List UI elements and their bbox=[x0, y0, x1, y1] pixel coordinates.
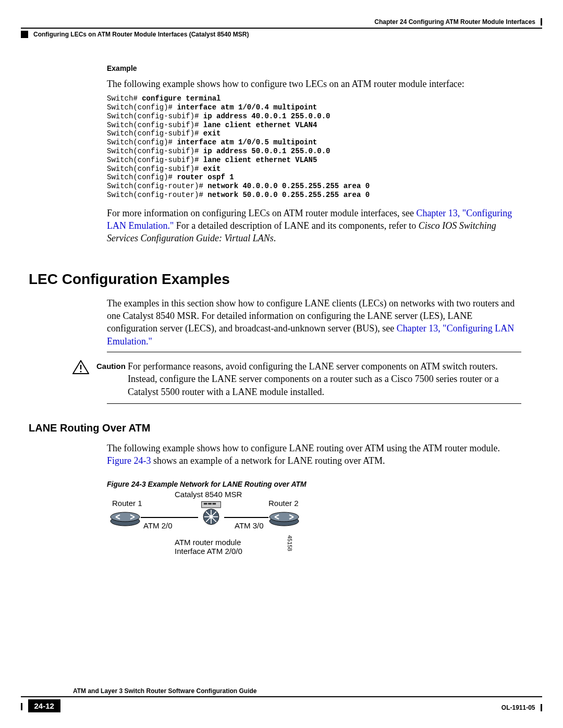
diagram-id: 45158 bbox=[287, 535, 293, 551]
post-example-paragraph: For more information on configuring LECs… bbox=[107, 207, 521, 245]
doc-id: OL-1911-05 bbox=[501, 704, 535, 711]
caution-text: For performance reasons, avoid configuri… bbox=[128, 360, 521, 398]
footer-doc-title: ATM and Layer 3 Switch Router Software C… bbox=[73, 687, 542, 695]
figure-caption: Figure 24-3 Example Network for LANE Rou… bbox=[107, 480, 521, 488]
warning-icon bbox=[72, 360, 89, 375]
router-icon bbox=[109, 511, 141, 526]
module-label: ATM router module bbox=[175, 538, 241, 547]
svg-point-11 bbox=[270, 512, 299, 522]
example-label: Example bbox=[107, 64, 521, 72]
caution-box: Caution For performance reasons, avoid c… bbox=[65, 360, 521, 398]
figure-link[interactable]: Figure 24-3 bbox=[107, 455, 151, 466]
code-block: Switch# configure terminal Switch(config… bbox=[107, 94, 521, 200]
svg-rect-7 bbox=[213, 503, 216, 504]
svg-point-3 bbox=[111, 512, 140, 522]
switch-label: Catalyst 8540 MSR bbox=[175, 490, 242, 499]
example-intro: The following example shows how to confi… bbox=[107, 78, 521, 90]
atm20-label: ATM 2/0 bbox=[143, 521, 173, 530]
svg-rect-4 bbox=[202, 502, 221, 508]
lane-paragraph: The following example shows how to confi… bbox=[107, 442, 521, 467]
switch-icon bbox=[198, 500, 224, 526]
iface-label: Interface ATM 2/0/0 bbox=[175, 547, 242, 556]
network-diagram: Router 1 Catalyst 8540 MSR Router 2 bbox=[107, 496, 315, 564]
router2-label: Router 2 bbox=[268, 499, 299, 508]
header-square-icon bbox=[21, 31, 28, 38]
router-icon bbox=[268, 511, 300, 526]
svg-point-9 bbox=[210, 515, 213, 519]
lec-paragraph: The examples in this section show how to… bbox=[107, 297, 521, 348]
footer-marker-icon bbox=[21, 703, 22, 710]
lane-heading: LANE Routing Over ATM bbox=[29, 422, 542, 434]
footer-marker-icon bbox=[541, 704, 542, 711]
svg-rect-6 bbox=[208, 503, 212, 504]
section-header: Configuring LECs on ATM Router Module In… bbox=[33, 31, 249, 38]
router1-label: Router 1 bbox=[112, 499, 142, 508]
chapter-header: Chapter 24 Configuring ATM Router Module… bbox=[374, 18, 535, 26]
svg-rect-5 bbox=[204, 503, 207, 504]
page-number: 24-12 bbox=[28, 699, 60, 712]
svg-point-1 bbox=[80, 371, 82, 372]
atm30-label: ATM 3/0 bbox=[235, 521, 264, 530]
header-marker-icon bbox=[541, 18, 542, 26]
caution-label: Caution bbox=[96, 360, 128, 371]
lec-heading: LEC Configuration Examples bbox=[29, 271, 521, 288]
